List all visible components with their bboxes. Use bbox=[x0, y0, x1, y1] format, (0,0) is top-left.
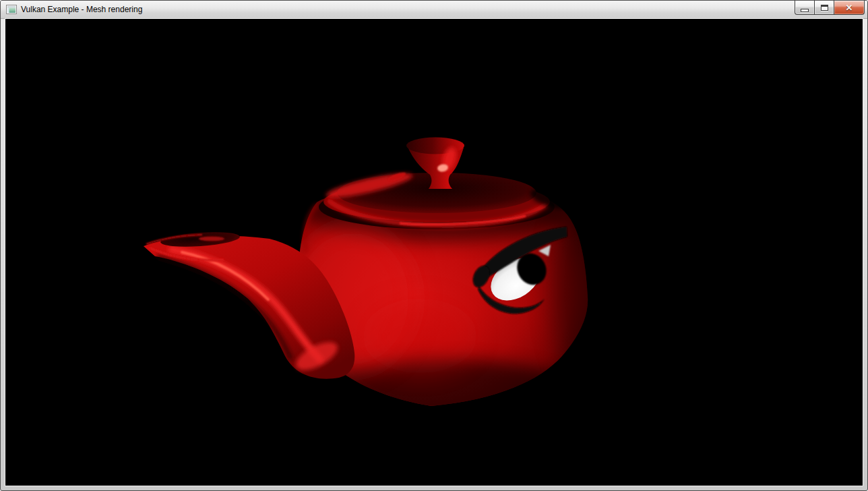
window-controls: ✕ bbox=[795, 1, 865, 15]
application-window: Vulkan Example - Mesh rendering ✕ bbox=[0, 0, 868, 491]
maximize-button[interactable] bbox=[814, 1, 834, 15]
window-minimize-icon bbox=[801, 9, 809, 12]
window-maximize-icon bbox=[821, 5, 828, 11]
window-close-icon: ✕ bbox=[846, 3, 853, 12]
title-bar[interactable]: Vulkan Example - Mesh rendering ✕ bbox=[1, 1, 867, 19]
teapot-3d-object bbox=[5, 19, 863, 486]
window-title: Vulkan Example - Mesh rendering bbox=[21, 1, 142, 19]
close-button[interactable]: ✕ bbox=[834, 1, 865, 15]
application-window-icon[interactable] bbox=[6, 4, 17, 15]
window-frame bbox=[1, 19, 867, 490]
vulkan-render-viewport[interactable] bbox=[5, 19, 863, 486]
minimize-button[interactable] bbox=[795, 1, 814, 15]
